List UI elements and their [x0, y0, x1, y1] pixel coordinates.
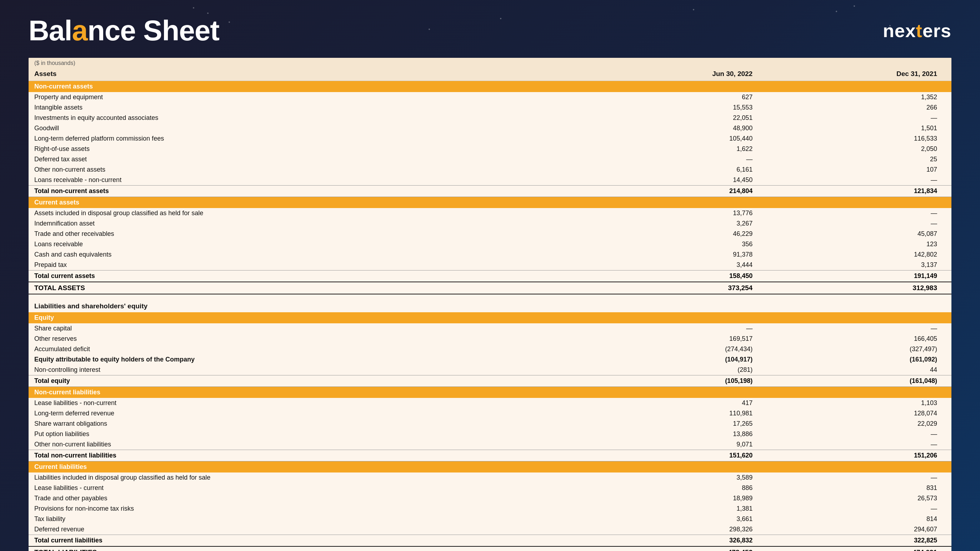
table-row: Trade and other payables 18,989 26,573	[29, 493, 951, 503]
row-dec: 142,802	[767, 249, 951, 260]
row-label: Investments in equity accounted associat…	[29, 113, 582, 123]
row-dec: 2,050	[767, 144, 951, 154]
table-row: Accumulated deficit (274,434) (327,497)	[29, 344, 951, 354]
total-label: Total current liabilities	[29, 535, 582, 547]
row-label: Right-of-use assets	[29, 144, 582, 154]
row-label: Long-term deferred revenue	[29, 408, 582, 419]
table-row: Intangible assets 15,553 266	[29, 102, 951, 113]
subtitle-row: ($ in thousands)	[29, 58, 951, 67]
row-dec: —	[767, 503, 951, 514]
row-label: Equity attributable to equity holders of…	[29, 354, 582, 365]
total-label: Total non-current assets	[29, 186, 582, 197]
total-jun: 214,804	[582, 186, 767, 197]
logo-area: nexters	[883, 20, 951, 41]
page-title: Balance Sheet	[29, 14, 219, 47]
row-dec: 1,103	[767, 398, 951, 408]
total-liabilities-dec: 474,031	[767, 546, 951, 551]
row-dec: —	[767, 208, 951, 218]
total-dec: 121,834	[767, 186, 951, 197]
row-dec: 44	[767, 365, 951, 375]
liabilities-header-row: Liabilities and shareholders' equity	[29, 300, 951, 312]
total-liabilities-label: TOTAL LIABILITIES	[29, 546, 582, 551]
total-liabilities-jun: 478,452	[582, 546, 767, 551]
row-label: Share warrant obligations	[29, 419, 582, 429]
row-label: Deferred revenue	[29, 524, 582, 535]
row-label: Non-controlling interest	[29, 365, 582, 375]
row-dec: —	[767, 175, 951, 186]
col-assets-label: Assets	[29, 67, 582, 81]
total-label: Total equity	[29, 375, 582, 387]
total-non-current-liabilities-row: Total non-current liabilities 151,620 15…	[29, 450, 951, 461]
subtitle: ($ in thousands)	[29, 58, 951, 67]
row-label: Trade and other payables	[29, 493, 582, 503]
row-label: Lease liabilities - non-current	[29, 398, 582, 408]
row-jun: 1,622	[582, 144, 767, 154]
row-jun: 46,229	[582, 229, 767, 239]
table-row: Deferred tax asset — 25	[29, 154, 951, 165]
row-label: Other non-current liabilities	[29, 439, 582, 450]
table-row: Goodwill 48,900 1,501	[29, 123, 951, 133]
total-current-liabilities-row: Total current liabilities 326,832 322,82…	[29, 535, 951, 547]
row-label: Indemnification asset	[29, 218, 582, 229]
row-jun: 356	[582, 239, 767, 249]
row-dec: 128,074	[767, 408, 951, 419]
total-dec: 151,206	[767, 450, 951, 461]
table-row: Trade and other receivables 46,229 45,08…	[29, 229, 951, 239]
equity-attributable-row: Equity attributable to equity holders of…	[29, 354, 951, 365]
row-jun: (274,434)	[582, 344, 767, 354]
table-row: Property and equipment 627 1,352	[29, 92, 951, 102]
total-liabilities-row: TOTAL LIABILITIES 478,452 474,031	[29, 546, 951, 551]
table-row: Provisions for non-income tax risks 1,38…	[29, 503, 951, 514]
row-jun: —	[582, 154, 767, 165]
row-label: Accumulated deficit	[29, 344, 582, 354]
col-dec-header: Dec 31, 2021	[767, 67, 951, 81]
table-row: Lease liabilities - non-current 417 1,10…	[29, 398, 951, 408]
row-jun: 13,776	[582, 208, 767, 218]
row-label: Deferred tax asset	[29, 154, 582, 165]
total-assets-row: TOTAL ASSETS 373,254 312,983	[29, 282, 951, 294]
row-label: Other non-current assets	[29, 165, 582, 175]
row-dec: (161,092)	[767, 354, 951, 365]
row-jun: —	[582, 323, 767, 333]
row-dec: 814	[767, 514, 951, 524]
row-dec: 3,137	[767, 260, 951, 270]
total-assets-jun: 373,254	[582, 282, 767, 294]
current-liabilities-label: Current liabilities	[29, 461, 951, 473]
row-dec: —	[767, 113, 951, 123]
row-jun: 627	[582, 92, 767, 102]
total-dec: (161,048)	[767, 375, 951, 387]
row-dec: —	[767, 429, 951, 439]
row-jun: 886	[582, 483, 767, 493]
row-dec: —	[767, 218, 951, 229]
table-row: Tax liability 3,661 814	[29, 514, 951, 524]
non-current-liabilities-label: Non-current liabilities	[29, 387, 951, 398]
row-jun: 13,886	[582, 429, 767, 439]
row-jun: (281)	[582, 365, 767, 375]
row-jun: 417	[582, 398, 767, 408]
page-container: Balance Sheet nexters ($ in thousands) A…	[0, 0, 980, 551]
row-dec: 45,087	[767, 229, 951, 239]
column-header-row: Assets Jun 30, 2022 Dec 31, 2021	[29, 67, 951, 81]
table-row: Investments in equity accounted associat…	[29, 113, 951, 123]
table-row: Cash and cash equivalents 91,378 142,802	[29, 249, 951, 260]
total-equity-row: Total equity (105,198) (161,048)	[29, 375, 951, 387]
row-jun: (104,917)	[582, 354, 767, 365]
row-jun: 9,071	[582, 439, 767, 450]
equity-label: Equity	[29, 312, 951, 323]
table-row: Prepaid tax 3,444 3,137	[29, 260, 951, 270]
non-current-assets-label: Non-current assets	[29, 81, 951, 92]
table-row: Loans receivable - non-current 14,450 —	[29, 175, 951, 186]
row-label: Lease liabilities - current	[29, 483, 582, 493]
row-jun: 298,326	[582, 524, 767, 535]
row-label: Assets included in disposal group classi…	[29, 208, 582, 218]
table-row: Long-term deferred platform commission f…	[29, 133, 951, 144]
row-dec: (327,497)	[767, 344, 951, 354]
total-current-assets-row: Total current assets 158,450 191,149	[29, 270, 951, 282]
row-dec: 166,405	[767, 333, 951, 344]
balance-sheet-table: ($ in thousands) Assets Jun 30, 2022 Dec…	[29, 58, 951, 551]
row-jun: 48,900	[582, 123, 767, 133]
total-label: Total current assets	[29, 270, 582, 282]
total-assets-label: TOTAL ASSETS	[29, 282, 582, 294]
table-row: Long-term deferred revenue 110,981 128,0…	[29, 408, 951, 419]
logo: nexters	[883, 20, 951, 41]
